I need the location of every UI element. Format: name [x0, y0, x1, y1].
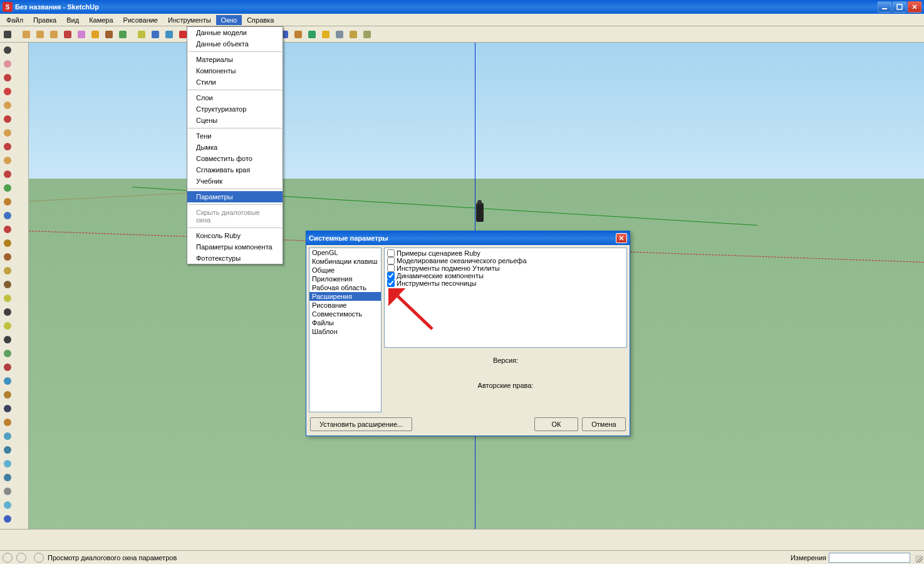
measurement-input[interactable]: [829, 553, 910, 563]
category-item[interactable]: Рабочая область: [309, 283, 381, 292]
extension-list[interactable]: Примеры сценариев RubyМоделирование океа…: [384, 248, 627, 348]
extension-item[interactable]: Моделирование океанического рельефа: [386, 257, 625, 264]
move2-tool-icon[interactable]: [1, 223, 14, 236]
section2-tool-icon[interactable]: [1, 416, 14, 429]
cancel-button[interactable]: Отмена: [582, 417, 626, 431]
menu-item[interactable]: Материалы: [187, 54, 283, 65]
curve-tool-icon[interactable]: [1, 278, 14, 291]
zoom-tool-icon[interactable]: [1, 499, 14, 511]
menu-item[interactable]: Параметры: [187, 191, 283, 202]
minimize-button[interactable]: [878, 1, 891, 13]
menu-item[interactable]: Совместить фото: [187, 153, 283, 164]
dims-icon[interactable]: [347, 28, 360, 41]
menu-item[interactable]: Тени: [187, 130, 283, 142]
camera-tool-icon[interactable]: [1, 430, 14, 442]
close-button[interactable]: [908, 1, 921, 13]
paint-icon[interactable]: [163, 28, 175, 41]
menu-инструменты[interactable]: Инструменты: [163, 15, 216, 25]
category-item[interactable]: Приложения: [309, 274, 381, 283]
menu-справка[interactable]: Справка: [242, 15, 279, 25]
dims-tool-icon[interactable]: [1, 320, 14, 332]
pan-tool-icon[interactable]: [1, 471, 14, 484]
pencil-tool-icon[interactable]: [1, 71, 14, 84]
move-tool-icon[interactable]: [1, 209, 14, 222]
extension-checkbox[interactable]: [387, 279, 395, 287]
rect2-tool-icon[interactable]: [1, 113, 14, 125]
text-icon[interactable]: [149, 28, 162, 41]
menu-item[interactable]: Сцены: [187, 115, 283, 126]
menu-файл[interactable]: Файл: [1, 15, 28, 25]
globe-icon[interactable]: [306, 28, 318, 41]
category-item[interactable]: Совместимость: [309, 310, 381, 318]
axes-tool-icon[interactable]: [1, 361, 14, 373]
category-item[interactable]: Расширения: [309, 292, 381, 301]
menu-item[interactable]: Учебник: [187, 175, 283, 187]
menu-item[interactable]: Стили: [187, 76, 283, 88]
rotate-icon[interactable]: [103, 28, 115, 41]
extension-checkbox[interactable]: [387, 264, 395, 272]
scale-tool-icon[interactable]: [1, 251, 14, 263]
category-item[interactable]: Комбинации клавиш: [309, 257, 381, 266]
menu-вид[interactable]: Вид: [61, 15, 84, 25]
status-help-icon[interactable]: [34, 553, 44, 563]
status-icon-2[interactable]: [16, 553, 26, 563]
category-item[interactable]: Файлы: [309, 318, 381, 327]
menu-item[interactable]: Фототекстуры: [187, 253, 283, 264]
paint2-tool-icon[interactable]: [1, 389, 14, 401]
install-extension-button[interactable]: Установить расширение...: [310, 417, 412, 431]
extension-item[interactable]: Инструменты подменю Утилиты: [386, 264, 625, 272]
menu-рисование[interactable]: Рисование: [118, 15, 163, 25]
poly-tool-icon[interactable]: [1, 154, 14, 167]
category-item[interactable]: Общие: [309, 266, 381, 274]
circle-icon[interactable]: [48, 28, 60, 41]
extension-item[interactable]: Инструменты песочницы: [386, 279, 625, 287]
extension-checkbox[interactable]: [387, 257, 395, 264]
ok-button[interactable]: ОК: [534, 417, 578, 431]
select-icon[interactable]: [1, 28, 14, 41]
scale-icon[interactable]: [117, 28, 129, 41]
menu-item[interactable]: Консоль Ruby: [187, 230, 283, 241]
tape-tool-icon[interactable]: [1, 292, 14, 305]
menu-правка[interactable]: Правка: [28, 15, 61, 25]
menu-item[interactable]: Данные объекта: [187, 38, 283, 50]
resize-grip[interactable]: [915, 555, 923, 563]
push-tool-icon[interactable]: [1, 182, 14, 194]
extension-item[interactable]: Примеры сценариев Ruby: [386, 249, 625, 257]
category-list[interactable]: OpenGLКомбинации клавишОбщиеПриложенияРа…: [309, 248, 382, 412]
arc-tool-icon[interactable]: [1, 168, 14, 180]
rect-tool-icon[interactable]: [1, 99, 14, 112]
menu-item[interactable]: Компоненты: [187, 65, 283, 76]
dims2-tool-icon[interactable]: [1, 333, 14, 346]
select-tool-icon[interactable]: [1, 44, 14, 56]
line-tool-icon[interactable]: [1, 85, 14, 98]
pencil-icon[interactable]: [20, 28, 33, 41]
push-icon[interactable]: [75, 28, 88, 41]
rotate-tool-icon[interactable]: [1, 237, 14, 249]
person-icon[interactable]: [292, 28, 304, 41]
rect-icon[interactable]: [34, 28, 46, 41]
arc-icon[interactable]: [61, 28, 74, 41]
follow-tool-icon[interactable]: [1, 196, 14, 208]
dialog-close-button[interactable]: [616, 233, 627, 243]
menu-окно[interactable]: Окно: [216, 15, 242, 25]
text-tool-icon[interactable]: [1, 306, 14, 318]
menu-item[interactable]: Параметры компонента: [187, 241, 283, 253]
eraser-tool-icon[interactable]: [1, 58, 14, 70]
extension-item[interactable]: Динамические компоненты: [386, 272, 625, 279]
category-item[interactable]: OpenGL: [309, 248, 381, 257]
menu-item[interactable]: Сглаживать края: [187, 164, 283, 175]
circ2-tool-icon[interactable]: [1, 140, 14, 153]
move-icon[interactable]: [89, 28, 101, 41]
menu-камера[interactable]: Камера: [84, 15, 118, 25]
layers-icon[interactable]: [333, 28, 346, 41]
category-item[interactable]: Рисование: [309, 301, 381, 310]
maximize-button[interactable]: [893, 1, 906, 13]
lookaround-tool-icon[interactable]: [1, 485, 14, 498]
protractor-tool-icon[interactable]: [1, 347, 14, 360]
tape-icon[interactable]: [135, 28, 148, 41]
menu-item[interactable]: Структуризатор: [187, 103, 283, 115]
offset-tool-icon[interactable]: [1, 264, 14, 277]
sun-icon[interactable]: [319, 28, 332, 41]
walk-tool-icon[interactable]: [1, 444, 14, 456]
extension-checkbox[interactable]: [387, 249, 395, 257]
